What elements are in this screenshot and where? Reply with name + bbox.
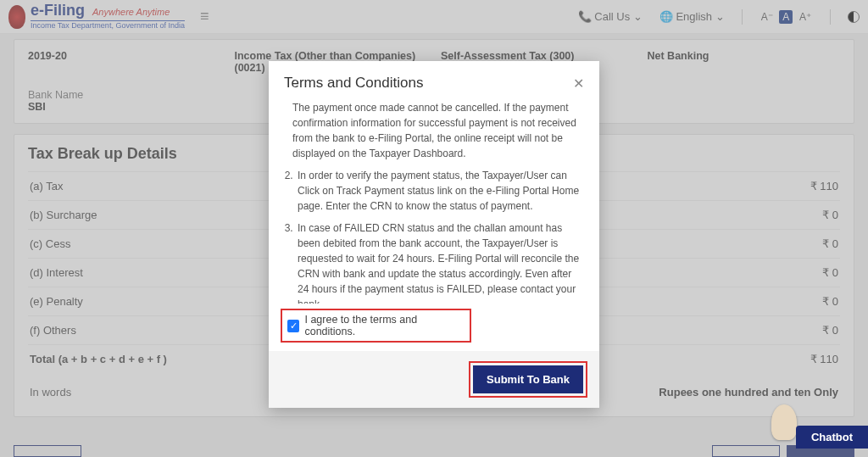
term-item: In order to verify the payment status, t… [296,168,582,214]
modal-title: Terms and Conditions [284,75,423,92]
modal-header: Terms and Conditions ✕ [269,61,599,100]
term-item: The payment once made cannot be cancelle… [291,100,582,161]
chatbot-avatar-icon[interactable] [771,404,797,440]
modal-overlay: Terms and Conditions ✕ The payment once … [0,0,868,457]
agree-section: ✓ I agree to the terms and conditions. [269,304,599,351]
checkbox-checked-icon[interactable]: ✓ [287,320,299,332]
agree-checkbox-row[interactable]: ✓ I agree to the terms and conditions. [281,309,471,343]
close-icon[interactable]: ✕ [573,75,584,92]
submit-to-bank-button[interactable]: Submit To Bank [473,365,583,393]
modal-body: The payment once made cannot be cancelle… [269,100,599,304]
chatbot-button[interactable]: Chatbot [796,426,868,449]
modal-footer: Submit To Bank [269,351,599,408]
terms-modal: Terms and Conditions ✕ The payment once … [269,61,599,408]
term-item: In case of FAILED CRN status and the cha… [296,220,582,304]
submit-highlight: Submit To Bank [469,361,587,398]
chatbot-label: Chatbot [811,431,853,443]
agree-label: I agree to the terms and conditions. [304,314,465,337]
